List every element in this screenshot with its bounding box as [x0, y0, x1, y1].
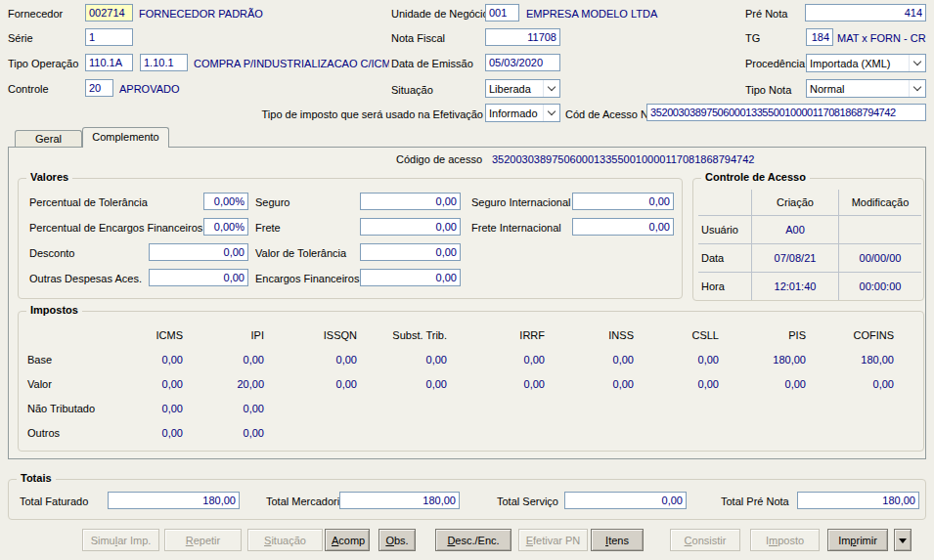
ca-row-label: Usuário [698, 215, 752, 243]
tg-input[interactable] [806, 28, 833, 46]
impostos-cell [545, 420, 634, 445]
ca-row-label: Hora [698, 272, 752, 300]
more-actions-button[interactable] [894, 529, 912, 551]
fornecedor-input[interactable] [85, 4, 133, 22]
unidade-negocio-label: Unidade de Negócio [391, 8, 489, 21]
tipo-operacao-input-1[interactable] [85, 54, 133, 71]
situacao-button: Situação [247, 529, 323, 551]
impostos-cell: 0,00 [111, 396, 183, 420]
frete-internacional-input[interactable] [572, 218, 674, 236]
total-servico-label: Total Serviço [497, 495, 558, 508]
pre-nota-input[interactable] [805, 4, 926, 22]
impostos-cell: 20,00 [183, 371, 264, 396]
data-emissao-label: Data de Emissão [391, 58, 473, 70]
procedencia-select[interactable]: Importada (XML) [806, 54, 926, 72]
impostos-col-header: COFINS [806, 323, 894, 347]
impostos-col-header: PIS [719, 323, 806, 347]
ca-hora-criacao: 12:01:40 [752, 272, 839, 300]
table-row: Usuário A00 [698, 215, 921, 243]
outras-despesas-input[interactable] [149, 269, 248, 286]
serie-input[interactable] [85, 28, 133, 46]
ca-hora-modificacao: 00:00:00 [839, 272, 922, 300]
impostos-cell: 0,00 [806, 371, 894, 396]
unidade-negocio-input[interactable] [485, 4, 519, 22]
situacao-label: Situação [391, 84, 433, 97]
table-row: Valor 0,00 20,00 0,00 0,00 0,00 0,00 0,0… [27, 371, 894, 396]
cod-acesso-nfe-input[interactable] [646, 104, 926, 121]
total-pre-nota-label: Total Pré Nota [721, 495, 789, 508]
tab-complemento[interactable]: Complemento [82, 127, 169, 148]
tipo-imposto-label: Tipo de imposto que será usado na Efetiv… [254, 108, 483, 121]
ca-row-label: Data [698, 243, 752, 272]
impostos-col-header: INSS [545, 323, 634, 347]
encargos-financeiros-input[interactable] [360, 269, 461, 286]
perc-encargos-label: Percentual de Encargos Financeiros [29, 222, 202, 235]
nota-fiscal-label: Nota Fiscal [391, 32, 445, 45]
desconto-input[interactable] [149, 243, 248, 261]
codigo-acesso-label: Código de acesso [396, 153, 482, 166]
outras-despesas-label: Outras Despesas Aces. [29, 273, 142, 285]
seguro-label: Seguro [255, 196, 289, 209]
total-mercadorias-label: Total Mercadorias [266, 495, 351, 508]
situacao-select[interactable]: Liberada [485, 79, 560, 98]
table-row: Data 07/08/21 00/00/00 [698, 243, 921, 272]
impostos-cell: 0,00 [183, 396, 264, 420]
table-row: Não Tributado 0,00 0,00 [27, 396, 894, 420]
dropdown-arrow-icon [899, 538, 907, 543]
impostos-cell: 0,00 [264, 347, 357, 371]
imposto-button: Imposto [750, 529, 820, 551]
data-emissao-input[interactable] [485, 54, 560, 71]
tab-geral[interactable]: Geral [15, 130, 82, 147]
impostos-cell: 0,00 [111, 347, 183, 371]
impostos-col-header: IPI [183, 323, 264, 347]
imprimir-button[interactable]: Imprimir [827, 529, 888, 551]
seguro-internacional-label: Seguro Internacional [471, 196, 571, 209]
ca-usuario-criacao: A00 [752, 215, 839, 243]
obs-button[interactable]: Obs. [378, 529, 416, 551]
total-servico-input[interactable] [564, 492, 687, 509]
impostos-cell: 0,00 [183, 420, 264, 445]
ca-corner-cell [698, 190, 752, 215]
ca-col-criacao: Criação [752, 190, 839, 215]
controle-status: APROVADO [119, 83, 180, 96]
impostos-col-header: CSLL [634, 323, 719, 347]
tipo-operacao-input-2[interactable] [140, 54, 188, 71]
ca-usuario-modificacao [839, 215, 922, 243]
desc-enc-button[interactable]: Desc./Enc. [435, 529, 511, 551]
total-pre-nota-input[interactable] [797, 492, 919, 509]
valores-title: Valores [26, 171, 72, 183]
frete-internacional-label: Frete Internacional [471, 222, 561, 235]
impostos-col-header: Subst. Trib. [357, 323, 447, 347]
impostos-cell [357, 420, 447, 445]
acomp-button[interactable]: Acomp [325, 529, 370, 551]
impostos-title: Impostos [26, 304, 82, 316]
controle-acesso-title: Controle de Acesso [701, 171, 810, 183]
chevron-down-icon [909, 55, 925, 71]
total-faturado-input[interactable] [108, 492, 240, 509]
perc-tolerancia-input[interactable] [203, 193, 248, 210]
ca-col-modificacao: Modificação [839, 190, 922, 215]
unidade-negocio-name: EMPRESA MODELO LTDA [526, 8, 657, 21]
chevron-down-icon [909, 80, 925, 97]
impostos-cell: 0,00 [719, 371, 806, 396]
chevron-down-icon [543, 105, 559, 121]
impostos-cell: 180,00 [719, 347, 806, 371]
table-row: Base 0,00 0,00 0,00 0,00 0,00 0,00 0,00 … [27, 347, 894, 371]
nota-fiscal-input[interactable] [485, 28, 560, 46]
tipo-imposto-select[interactable]: Informado [485, 104, 560, 122]
frete-input[interactable] [360, 218, 461, 236]
itens-button[interactable]: Itens [591, 529, 644, 551]
repetir-button: Repetir [164, 529, 242, 551]
tipo-nota-select[interactable]: Normal [806, 79, 926, 98]
valor-tolerancia-input[interactable] [360, 243, 461, 261]
impostos-cell: 0,00 [545, 371, 634, 396]
consistir-button: Consistir [670, 529, 740, 551]
table-row: Outros 0,00 0,00 [27, 420, 894, 445]
controle-input[interactable] [85, 79, 113, 97]
seguro-internacional-input[interactable] [572, 193, 674, 210]
seguro-input[interactable] [360, 193, 461, 210]
total-mercadorias-input[interactable] [339, 492, 460, 509]
impostos-row-label: Outros [27, 420, 111, 445]
impostos-col-header: IRRF [447, 323, 545, 347]
perc-encargos-input[interactable] [203, 218, 248, 236]
